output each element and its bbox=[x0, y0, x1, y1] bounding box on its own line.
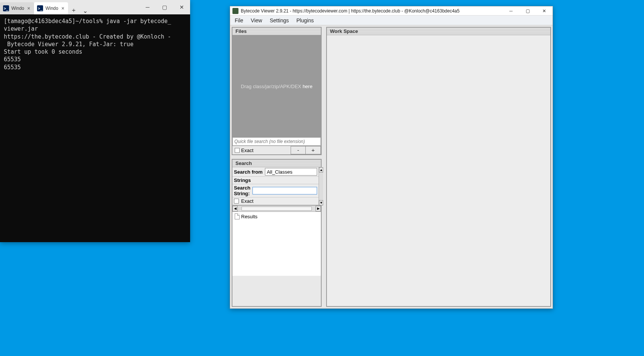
search-exact-row[interactable]: Exact bbox=[232, 197, 319, 205]
scroll-down-icon[interactable]: ▼ bbox=[319, 200, 323, 205]
exact-label: Exact bbox=[241, 148, 254, 153]
minimize-button[interactable]: ─ bbox=[503, 6, 519, 16]
checkbox-icon[interactable] bbox=[235, 148, 240, 153]
terminal-body[interactable]: [tamago@c4163bdec4a5]~/tools% java -jar … bbox=[0, 14, 190, 242]
collapse-button[interactable]: - bbox=[291, 146, 306, 154]
results-area: Results bbox=[232, 211, 321, 276]
files-drop-area[interactable]: Drag class/jar/zip/APK/DEX here bbox=[232, 35, 321, 137]
panel-title: Files bbox=[232, 28, 321, 35]
scroll-up-icon[interactable]: ▲ bbox=[319, 167, 323, 173]
bv-titlebar[interactable]: Bytecode Viewer 2.9.21 - https://bytecod… bbox=[230, 6, 553, 16]
exact-label: Exact bbox=[241, 198, 254, 204]
terminal-titlebar: >_ Windo × >_ Windo × ＋ ⌄ ─ ▢ ✕ bbox=[0, 0, 190, 14]
checkbox-icon[interactable] bbox=[234, 199, 239, 204]
panel-title: Search bbox=[232, 160, 321, 167]
search-string-label: Search String: bbox=[234, 185, 250, 196]
results-label: Results bbox=[241, 214, 257, 219]
terminal-window: >_ Windo × >_ Windo × ＋ ⌄ ─ ▢ ✕ [tamago@… bbox=[0, 0, 190, 242]
scroll-right-icon[interactable]: ▶ bbox=[316, 206, 321, 211]
files-controls: Exact - + bbox=[232, 146, 321, 154]
terminal-tab-label: Windo bbox=[45, 6, 58, 11]
scroll-thumb[interactable] bbox=[242, 207, 312, 211]
search-vertical-scrollbar[interactable]: ▲ ▼ bbox=[319, 167, 323, 205]
drop-hint-prefix: Drag class/jar/zip/APK/DEX bbox=[241, 84, 302, 89]
menu-file[interactable]: File bbox=[232, 17, 246, 24]
search-from-label: Search from bbox=[234, 169, 263, 175]
menu-view[interactable]: View bbox=[248, 17, 265, 24]
close-button[interactable]: ✕ bbox=[536, 6, 553, 16]
expand-button[interactable]: + bbox=[306, 146, 321, 154]
window-title: Bytecode Viewer 2.9.21 - https://bytecod… bbox=[241, 8, 503, 14]
terminal-tab-1[interactable]: >_ Windo × bbox=[34, 2, 68, 14]
panel-title: Work Space bbox=[327, 28, 550, 35]
search-string-row: Search String: bbox=[232, 184, 319, 197]
search-from-row: Search from All_Classes bbox=[232, 167, 319, 177]
scroll-left-icon[interactable]: ◀ bbox=[232, 206, 238, 211]
search-string-input[interactable] bbox=[252, 187, 317, 194]
terminal-tab-label: Windo bbox=[11, 6, 24, 11]
scroll-track[interactable] bbox=[238, 206, 316, 211]
app-icon bbox=[232, 8, 238, 14]
terminal-tabs: >_ Windo × >_ Windo × ＋ ⌄ bbox=[0, 0, 139, 14]
new-tab-button[interactable]: ＋ bbox=[68, 6, 79, 14]
bv-window-controls: ─ ▢ ✕ bbox=[503, 6, 553, 16]
minimize-button[interactable]: ─ bbox=[139, 0, 156, 14]
scroll-track[interactable] bbox=[319, 173, 323, 200]
powershell-icon: >_ bbox=[37, 5, 43, 11]
strings-label: Strings bbox=[234, 177, 251, 183]
terminal-window-controls: ─ ▢ ✕ bbox=[139, 0, 190, 14]
bv-left-column: Files Drag class/jar/zip/APK/DEX here Ex… bbox=[232, 27, 322, 307]
maximize-button[interactable]: ▢ bbox=[519, 6, 536, 16]
bytecode-viewer-window: Bytecode Viewer 2.9.21 - https://bytecod… bbox=[230, 6, 553, 309]
search-horizontal-scrollbar[interactable]: ◀ ▶ bbox=[232, 205, 321, 211]
powershell-icon: >_ bbox=[3, 5, 9, 11]
close-button[interactable]: ✕ bbox=[173, 0, 190, 14]
exact-checkbox-row[interactable]: Exact bbox=[232, 147, 256, 154]
close-icon[interactable]: × bbox=[26, 5, 31, 11]
search-body: Search from All_Classes Strings Search S… bbox=[232, 167, 321, 276]
close-icon[interactable]: × bbox=[60, 5, 65, 11]
menu-plugins[interactable]: Plugins bbox=[293, 17, 317, 24]
strings-row[interactable]: Strings bbox=[232, 177, 319, 184]
menu-bar: File View Settings Plugins bbox=[230, 16, 553, 25]
maximize-button[interactable]: ▢ bbox=[156, 0, 173, 14]
menu-settings[interactable]: Settings bbox=[267, 17, 292, 24]
workspace-body[interactable] bbox=[327, 35, 550, 306]
files-panel: Files Drag class/jar/zip/APK/DEX here Ex… bbox=[232, 27, 322, 155]
bv-content: Files Drag class/jar/zip/APK/DEX here Ex… bbox=[230, 25, 553, 308]
terminal-tab-0[interactable]: >_ Windo × bbox=[0, 2, 34, 14]
tab-dropdown-icon[interactable]: ⌄ bbox=[79, 7, 91, 14]
quick-file-search-input[interactable] bbox=[232, 137, 321, 146]
drop-hint-suffix: here bbox=[303, 84, 313, 89]
document-icon bbox=[235, 213, 240, 219]
workspace-panel: Work Space bbox=[326, 27, 551, 307]
results-root-item[interactable]: Results bbox=[235, 213, 319, 219]
search-from-combo[interactable]: All_Classes bbox=[265, 168, 317, 176]
search-panel: Search Search from All_Classes Strings bbox=[232, 159, 322, 307]
